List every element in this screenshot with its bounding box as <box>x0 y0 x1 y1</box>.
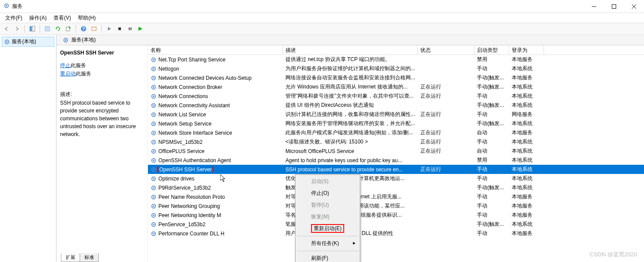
export-button[interactable] <box>64 24 73 34</box>
start-service-button[interactable] <box>104 24 114 34</box>
column-name[interactable]: 名称 <box>148 45 283 54</box>
table-row[interactable]: Network Connections管理"网络和拨号连接"文件夹中对象，在其中… <box>148 92 644 101</box>
tab-standard[interactable]: 标准 <box>80 253 99 262</box>
table-row[interactable]: Net.Tcp Port Sharing Service提供通过 net.tcp… <box>148 55 644 64</box>
svg-point-32 <box>153 95 154 97</box>
svg-point-56 <box>153 205 154 207</box>
gear-icon <box>151 194 157 200</box>
table-row[interactable]: Network Store Interface Service此服务向用户模式客… <box>148 128 644 137</box>
service-name-cell: Peer Networking Identity M <box>158 212 221 218</box>
service-desc-cell: 网络连接设备自动安装服务会监视和安装连接到合格网... <box>283 74 418 82</box>
service-startup-cell: 手动 <box>474 92 509 100</box>
table-row[interactable]: Peer Networking Identity M等名称解析协议(PNRP)和… <box>148 211 644 220</box>
table-row[interactable]: OpenSSH Authentication AgentAgent to hol… <box>148 156 644 165</box>
service-status-cell: 正在运行 <box>418 166 474 173</box>
svg-point-22 <box>65 39 67 41</box>
column-description[interactable]: 描述 <box>283 45 418 54</box>
back-button[interactable] <box>2 24 11 34</box>
stop-link[interactable]: 停止 <box>60 62 70 68</box>
svg-point-54 <box>153 196 154 198</box>
service-startup-cell: 禁用 <box>474 56 509 63</box>
menu-help[interactable]: 帮助(H) <box>78 14 96 22</box>
column-logon-as[interactable]: 登录为 <box>509 45 544 54</box>
service-logon-cell: 本地系统 <box>509 92 544 100</box>
service-startup-cell: 手动 <box>474 211 509 219</box>
svg-rect-8 <box>45 27 50 31</box>
table-row[interactable]: Peer Networking Grouping对等分组启用多方通信。如果禁用该… <box>148 201 644 211</box>
toolbar-icon[interactable] <box>89 24 99 34</box>
table-row[interactable]: OpenSSH SSH ServerSSH protocol based ser… <box>148 165 644 174</box>
restart-link[interactable]: 重启动 <box>60 71 76 77</box>
maximize-button[interactable] <box>604 0 624 13</box>
table-row[interactable]: Performance Counter DLL H用户和 64 位进程能够查询 … <box>148 229 644 238</box>
table-row[interactable]: Netlogon为用户和服务身份验证维护此计算机和域控制器之间的...手动本地系… <box>148 64 644 73</box>
gear-icon <box>151 102 157 109</box>
service-startup-cell: 手动(触发... <box>474 184 509 191</box>
refresh-button[interactable] <box>53 24 63 34</box>
service-startup-cell: 手动 <box>474 193 509 201</box>
menu-file[interactable]: 文件(F) <box>5 14 22 22</box>
table-row[interactable]: OfficePLUS ServiceMicrosoft OfficePLUS S… <box>148 146 644 156</box>
service-desc-cell: 提供 UI 组件的 DirectAccess 状态通知 <box>283 102 418 109</box>
table-row[interactable]: Network Connected Devices Auto-Setup网络连接… <box>148 73 644 82</box>
show-hide-tree-button[interactable] <box>27 24 37 34</box>
svg-point-34 <box>153 105 154 106</box>
view-tabs: 扩展 标准 <box>61 253 98 262</box>
service-desc-cell: 管理"网络和拨号连接"文件夹中对象，在其中你可以查... <box>283 92 418 100</box>
svg-point-52 <box>153 187 154 189</box>
table-header: 名称 描述 状态 启动类型 登录为 <box>148 45 644 55</box>
service-desc-cell: 为用户和服务身份验证维护此计算机和域控制器之间的... <box>283 65 418 72</box>
table-row[interactable]: P9RdrService_1d53b2触发启动计划 9 文件服务器。手动(触发.… <box>148 183 644 192</box>
table-row[interactable]: PenService_1d53b2笔服务手动(触发...本地系统 <box>148 220 644 229</box>
gear-icon <box>151 121 157 127</box>
service-name-cell: Netlogon <box>158 66 179 72</box>
gear-icon <box>151 176 157 182</box>
column-status[interactable]: 状态 <box>418 45 474 54</box>
service-logon-cell: 本地系统 <box>509 147 544 155</box>
service-logon-cell: 本地系统 <box>509 157 544 164</box>
gear-icon <box>151 148 157 154</box>
service-logon-cell: 本地服务 <box>509 56 544 63</box>
svg-point-28 <box>153 77 154 79</box>
column-startup-type[interactable]: 启动类型 <box>474 45 509 54</box>
minimize-button[interactable] <box>584 0 604 13</box>
help-button[interactable]: ? <box>79 24 88 34</box>
close-button[interactable] <box>624 0 644 13</box>
context-resume: 恢复(M) <box>296 211 359 223</box>
table-row[interactable]: NPSMSvc_1d53b2<读取描述失败。错误代码: 15100 >正在运行手… <box>148 137 644 146</box>
watermark: CSDN @蓝黑2020 <box>590 251 637 259</box>
selected-service-name: OpenSSH SSH Server <box>60 50 144 56</box>
svg-rect-11 <box>66 27 70 31</box>
svg-rect-3 <box>612 4 616 8</box>
context-refresh[interactable]: 刷新(F) <box>296 252 359 262</box>
stop-service-button[interactable] <box>115 24 124 34</box>
context-restart[interactable]: 重新启动(E) <box>296 223 359 235</box>
tab-extended[interactable]: 扩展 <box>61 253 80 262</box>
table-row[interactable]: Network List Service识别计算机已连接的网络，收集和存储这些网… <box>148 110 644 119</box>
service-startup-cell: 手动(触发... <box>474 221 509 228</box>
table-row[interactable]: Network Setup Service网络安装服务用于管理网络驱动程序的安装… <box>148 119 644 128</box>
service-logon-cell: 本地服务 <box>509 211 544 219</box>
restart-service-button[interactable] <box>136 24 145 34</box>
svg-point-46 <box>153 160 154 161</box>
context-stop[interactable]: 停止(O) <box>296 187 359 199</box>
description-text: SSH protocol based service to provide se… <box>60 99 144 138</box>
menu-view[interactable]: 查看(V) <box>54 14 71 22</box>
context-all-tasks[interactable]: 所有任务(K)▸ <box>296 238 359 249</box>
service-status-cell: 正在运行 <box>418 111 474 118</box>
svg-point-20 <box>6 41 8 43</box>
table-row[interactable]: Network Connectivity Assistant提供 UI 组件的 … <box>148 101 644 110</box>
menu-action[interactable]: 操作(A) <box>29 14 47 22</box>
service-desc-cell: SSH protocol based service to provide se… <box>283 167 418 173</box>
table-row[interactable]: Network Connection Broker允许 Windows 应用商店… <box>148 82 644 92</box>
service-logon-cell: 本地系统 <box>509 175 544 182</box>
gear-icon <box>151 221 157 228</box>
gear-icon <box>151 84 157 90</box>
svg-point-58 <box>153 214 154 216</box>
forward-button[interactable] <box>12 24 22 34</box>
pause-service-button[interactable] <box>125 24 135 34</box>
properties-button[interactable] <box>43 24 52 34</box>
sidebar-item-services-local[interactable]: 服务(本地) <box>2 37 54 47</box>
service-name-cell: Optimize drives <box>158 176 195 182</box>
table-row[interactable]: Peer Name Resolution Proto对等名称解析协议(PNRP)… <box>148 192 644 201</box>
